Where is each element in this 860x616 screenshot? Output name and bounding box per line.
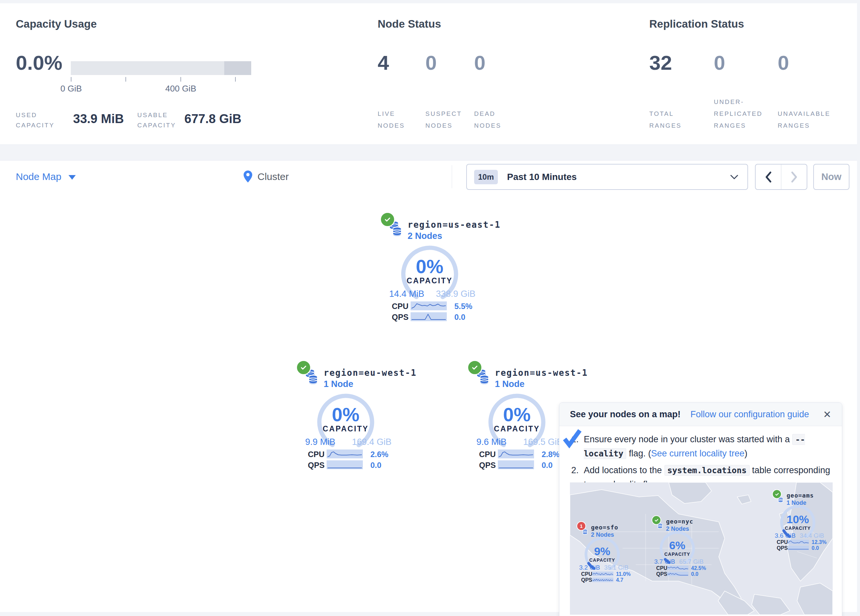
cpu-value: 5.5% bbox=[454, 302, 472, 311]
suspect-nodes-count: 0 bbox=[425, 53, 471, 73]
locality-name: region=eu-west-1 bbox=[324, 368, 416, 378]
capacity-percent: 10% bbox=[778, 513, 818, 526]
dead-nodes-label: DEAD NODES bbox=[474, 108, 510, 132]
step-text-mid: flag. ( bbox=[626, 448, 651, 458]
capacity-tick-label: 400 GiB bbox=[165, 83, 196, 94]
qps-value: 0.0 bbox=[454, 313, 465, 322]
cpu-value: 12.3% bbox=[811, 539, 826, 545]
time-step-buttons bbox=[755, 164, 807, 190]
example-node-map: 1 geo=sfo 2 N bbox=[570, 483, 833, 615]
locality-nodes-link[interactable]: 1 Node bbox=[324, 379, 353, 389]
qps-label: QPS bbox=[777, 545, 788, 551]
cpu-label: CPU bbox=[656, 565, 667, 571]
usable-capacity-value: 677.8 GiB bbox=[184, 112, 241, 126]
node-status-title: Node Status bbox=[378, 18, 441, 30]
capacity-label: CAPACITY bbox=[484, 425, 550, 433]
locality-card-us-west-1[interactable]: region=us-west-1 1 Node 0% CAPACITY 9.6 … bbox=[469, 361, 571, 473]
locality-nodes-link[interactable]: 1 Node bbox=[495, 379, 524, 389]
cpu-sparkline bbox=[592, 572, 614, 576]
used-value: 9.6 MiB bbox=[476, 437, 507, 447]
toolbar: Node Map Cluster 10m Past 10 Minutes Now bbox=[0, 160, 857, 193]
capacity-label: CAPACITY bbox=[397, 276, 463, 285]
popup-title: See your nodes on a map! bbox=[570, 409, 681, 420]
time-range-dropdown[interactable]: 10m Past 10 Minutes bbox=[466, 164, 748, 190]
unavailable-ranges-label: UNAVAILABLE RANGES bbox=[778, 108, 844, 132]
capacity-tick bbox=[235, 77, 236, 82]
map-pin-icon bbox=[243, 170, 253, 183]
under-replicated-label: UNDER-REPLICATED RANGES bbox=[714, 96, 776, 132]
qps-sparkline bbox=[411, 312, 447, 321]
view-selector-label: Node Map bbox=[16, 171, 61, 182]
capacity-percent: 0.0% bbox=[16, 53, 62, 73]
qps-label: QPS bbox=[479, 461, 496, 470]
capacity-percent: 6% bbox=[658, 539, 697, 552]
node-ok-icon bbox=[467, 360, 482, 375]
step-text-pre: Ensure every node in your cluster was st… bbox=[584, 434, 792, 444]
view-selector-dropdown[interactable]: Node Map bbox=[16, 161, 76, 193]
cpu-sparkline bbox=[326, 450, 363, 458]
qps-label: QPS bbox=[308, 461, 325, 470]
cpu-label: CPU bbox=[479, 450, 496, 459]
cpu-label: CPU bbox=[308, 450, 325, 459]
total-ranges-label: TOTAL RANGES bbox=[649, 108, 692, 132]
live-nodes-count: 4 bbox=[378, 53, 421, 73]
qps-sparkline bbox=[592, 577, 614, 582]
locality-name: geo=sfo bbox=[591, 524, 618, 531]
node-ok-badge bbox=[651, 515, 661, 525]
locality-tree-link[interactable]: See current locality tree bbox=[651, 448, 744, 458]
cpu-sparkline bbox=[498, 450, 534, 458]
configuration-guide-link[interactable]: Follow our configuration guide bbox=[691, 409, 809, 420]
step-text-post: ) bbox=[744, 448, 747, 458]
capacity-label: CAPACITY bbox=[658, 552, 697, 557]
node-error-badge: 1 bbox=[576, 521, 586, 531]
breadcrumb-label: Cluster bbox=[257, 171, 289, 182]
capacity-label: CAPACITY bbox=[313, 425, 379, 433]
breadcrumb: Cluster bbox=[243, 161, 289, 193]
now-button-label: Now bbox=[821, 171, 841, 182]
setup-step-1: 1. Ensure every node in your cluster was… bbox=[571, 433, 831, 461]
cpu-value: 2.8% bbox=[541, 450, 560, 459]
time-step-forward-button[interactable] bbox=[781, 165, 807, 189]
time-step-back-button[interactable] bbox=[756, 165, 781, 189]
capacity-tick bbox=[180, 77, 181, 82]
total-value: 35.1 GiB bbox=[603, 564, 629, 571]
used-value: 3.2 GiB bbox=[579, 564, 600, 571]
capacity-tick bbox=[126, 77, 126, 82]
locality-name: geo=nyc bbox=[666, 518, 694, 525]
summary-panel: Capacity Usage 0.0% 0 GiB 400 GiB USED C… bbox=[0, 3, 857, 145]
chevron-right-icon bbox=[791, 171, 797, 183]
locality-card-us-east-1[interactable]: region=us-east-1 2 Nodes 0% CAPACITY 14.… bbox=[382, 213, 484, 325]
used-value: 3.7 GiB bbox=[654, 558, 675, 565]
qps-value: 0.0 bbox=[370, 461, 381, 470]
locality-nodes-link[interactable]: 2 Nodes bbox=[408, 231, 442, 241]
toolbar-divider bbox=[452, 165, 452, 188]
total-value: 169.5 GiB bbox=[523, 437, 563, 447]
capacity-percent: 0% bbox=[397, 255, 463, 277]
qps-value: 0.0 bbox=[811, 545, 819, 551]
popup-header: See your nodes on a map! Follow our conf… bbox=[559, 403, 842, 426]
cpu-sparkline bbox=[667, 566, 689, 570]
time-range-label: Past 10 Minutes bbox=[507, 172, 577, 182]
cpu-sparkline bbox=[411, 301, 447, 310]
qps-sparkline bbox=[326, 460, 363, 469]
used-value: 14.4 MiB bbox=[389, 289, 424, 299]
system-locations-code: system.locations bbox=[664, 465, 750, 476]
under-replicated-count: 0 bbox=[714, 53, 776, 73]
cpu-sparkline bbox=[788, 540, 809, 544]
cpu-value: 42.5% bbox=[691, 565, 706, 571]
locality-card-eu-west-1[interactable]: region=eu-west-1 1 Node 0% CAPACITY 9.9 … bbox=[298, 361, 400, 473]
total-value: 34.4 GiB bbox=[799, 532, 824, 539]
node-ok-icon bbox=[296, 360, 311, 375]
now-button[interactable]: Now bbox=[813, 164, 849, 190]
qps-label: QPS bbox=[392, 313, 409, 322]
used-capacity-label: USED CAPACITY bbox=[16, 110, 65, 130]
capacity-tick bbox=[71, 77, 71, 82]
close-icon[interactable]: ✕ bbox=[823, 409, 831, 420]
cpu-label: CPU bbox=[392, 302, 409, 311]
used-capacity-value: 33.9 MiB bbox=[73, 112, 124, 126]
locality-name: region=us-east-1 bbox=[408, 220, 501, 230]
unavailable-ranges-count: 0 bbox=[778, 53, 849, 73]
step-text-pre: Add locations to the bbox=[584, 465, 664, 475]
total-value: 338.9 GiB bbox=[436, 289, 476, 299]
locality-name: geo=ams bbox=[786, 492, 814, 499]
